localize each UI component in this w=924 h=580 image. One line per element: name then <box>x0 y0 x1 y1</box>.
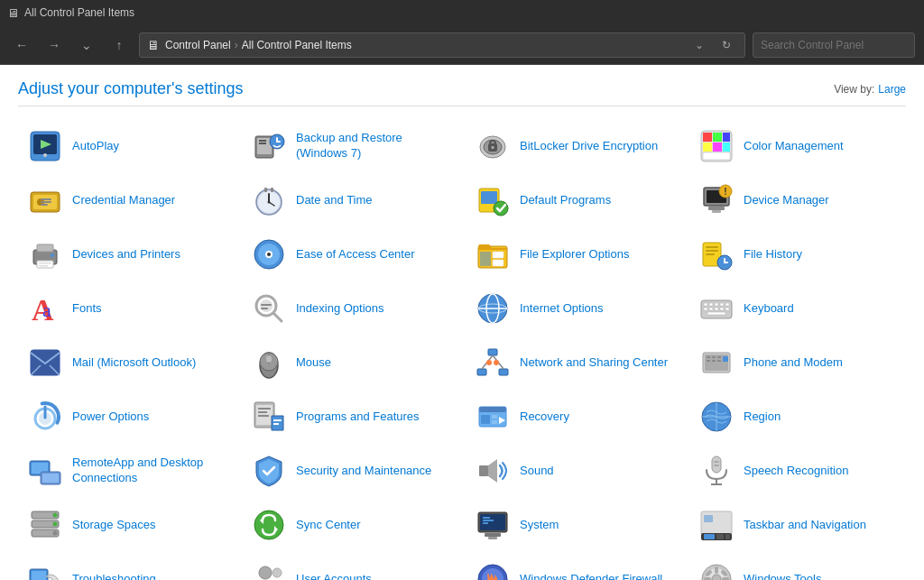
storage-spaces-label[interactable]: Storage Spaces <box>72 518 156 533</box>
item-ease-of-access[interactable]: Ease of Access Center <box>242 229 458 280</box>
bitlocker-icon <box>475 128 511 164</box>
color-management-label[interactable]: Color Management <box>744 139 844 154</box>
device-manager-label[interactable]: Device Manager <box>744 193 829 208</box>
item-mouse[interactable]: Mouse <box>242 337 458 388</box>
item-default-programs[interactable]: Default Programs <box>466 175 682 226</box>
item-mail[interactable]: Mail (Microsoft Outlook) <box>18 337 235 388</box>
svg-rect-94 <box>499 369 508 375</box>
window-icon: 🖥 <box>7 6 19 20</box>
mouse-label[interactable]: Mouse <box>296 355 331 371</box>
item-bitlocker[interactable]: BitLocker Drive Encryption <box>466 121 682 171</box>
main-content: Adjust your computer's settings View by:… <box>0 65 924 580</box>
item-recovery[interactable]: Recovery <box>466 391 682 442</box>
svg-rect-18 <box>703 143 712 152</box>
date-time-label[interactable]: Date and Time <box>296 193 373 208</box>
item-power-options[interactable]: Power Options <box>18 391 235 442</box>
search-input[interactable] <box>753 32 915 58</box>
item-speech-recognition[interactable]: Speech Recognition <box>689 446 906 496</box>
recovery-label[interactable]: Recovery <box>520 410 569 425</box>
item-system[interactable]: System <box>466 500 682 550</box>
svg-point-49 <box>51 253 54 257</box>
view-by-value[interactable]: Large <box>878 83 906 96</box>
item-file-explorer[interactable]: File Explorer Options <box>466 229 682 280</box>
mail-label[interactable]: Mail (Microsoft Outlook) <box>72 355 196 371</box>
svg-rect-104 <box>707 360 710 362</box>
item-storage-spaces[interactable]: Storage Spaces <box>18 500 235 550</box>
up-button[interactable]: ↑ <box>106 32 132 58</box>
item-security-maintenance[interactable]: Security and Maintenance <box>242 446 458 496</box>
svg-rect-17 <box>723 133 730 142</box>
file-explorer-label[interactable]: File Explorer Options <box>520 247 629 262</box>
item-device-manager[interactable]: ! Device Manager <box>689 175 906 226</box>
item-indexing[interactable]: Indexing Options <box>242 283 458 334</box>
item-sound[interactable]: Sound <box>466 446 682 496</box>
item-windows-tools[interactable]: Windows Tools <box>689 554 906 580</box>
keyboard-label[interactable]: Keyboard <box>744 301 794 317</box>
devices-printers-label[interactable]: Devices and Printers <box>72 247 180 262</box>
item-remoteapp[interactable]: RemoteApp and Desktop Connections <box>18 446 235 496</box>
region-label[interactable]: Region <box>744 410 781 425</box>
bitlocker-label[interactable]: BitLocker Drive Encryption <box>520 139 658 154</box>
item-color-management[interactable]: Color Management <box>689 121 906 171</box>
credential-manager-label[interactable]: Credential Manager <box>72 193 175 208</box>
item-network-sharing[interactable]: Network and Sharing Center <box>466 337 682 388</box>
default-programs-label[interactable]: Default Programs <box>520 193 611 208</box>
network-sharing-label[interactable]: Network and Sharing Center <box>520 355 668 371</box>
fonts-label[interactable]: Fonts <box>72 301 102 317</box>
sync-center-label[interactable]: Sync Center <box>296 518 361 533</box>
item-troubleshooting[interactable]: Troubleshooting <box>18 554 235 580</box>
ease-of-access-label[interactable]: Ease of Access Center <box>296 247 415 262</box>
recent-locations-button[interactable]: ⌄ <box>74 32 99 58</box>
item-backup-restore[interactable]: Backup and Restore (Windows 7) <box>242 121 458 171</box>
region-icon <box>698 399 735 435</box>
svg-rect-158 <box>716 534 724 539</box>
item-devices-printers[interactable]: Devices and Printers <box>18 229 235 280</box>
system-label[interactable]: System <box>520 518 559 533</box>
item-sync-center[interactable]: Sync Center <box>242 500 458 550</box>
taskbar-label[interactable]: Taskbar and Navigation <box>744 518 866 533</box>
refresh-button[interactable]: ↻ <box>716 34 737 56</box>
item-keyboard[interactable]: Keyboard <box>689 283 906 334</box>
item-fonts[interactable]: A a Fonts <box>18 283 235 334</box>
item-date-time[interactable]: Date and Time <box>242 175 458 226</box>
svg-rect-19 <box>713 143 722 152</box>
item-region[interactable]: Region <box>689 391 906 442</box>
item-credential-manager[interactable]: Credential Manager <box>18 175 235 226</box>
view-by: View by: Large <box>834 83 906 96</box>
svg-rect-15 <box>703 133 712 142</box>
speech-recognition-label[interactable]: Speech Recognition <box>744 464 848 479</box>
item-user-accounts[interactable]: User Accounts <box>242 554 458 580</box>
user-accounts-label[interactable]: User Accounts <box>296 572 372 580</box>
svg-rect-162 <box>32 571 46 580</box>
item-file-history[interactable]: File History <box>689 229 906 280</box>
svg-text:a: a <box>42 299 51 321</box>
forward-button[interactable]: → <box>42 32 67 58</box>
item-phone-modem[interactable]: Phone and Modem <box>689 337 906 388</box>
item-windows-defender[interactable]: Windows Defender Firewall <box>466 554 682 580</box>
file-history-label[interactable]: File History <box>744 247 802 262</box>
address-field[interactable]: 🖥 Control Panel › All Control Panel Item… <box>139 32 745 58</box>
windows-defender-label[interactable]: Windows Defender Firewall <box>520 572 662 580</box>
page-title: Adjust your computer's settings <box>18 79 244 98</box>
item-autoplay[interactable]: AutoPlay <box>18 121 235 171</box>
security-maintenance-label[interactable]: Security and Maintenance <box>296 464 431 479</box>
windows-tools-label[interactable]: Windows Tools <box>744 572 821 580</box>
power-options-label[interactable]: Power Options <box>72 410 149 425</box>
autoplay-label[interactable]: AutoPlay <box>72 139 119 154</box>
remoteapp-label[interactable]: RemoteApp and Desktop Connections <box>72 456 226 486</box>
svg-rect-107 <box>723 356 728 362</box>
troubleshooting-label[interactable]: Troubleshooting <box>72 572 156 580</box>
item-programs-features[interactable]: Programs and Features <box>242 391 458 442</box>
programs-features-label[interactable]: Programs and Features <box>296 410 420 425</box>
programs-features-icon <box>251 399 287 435</box>
backup-restore-label[interactable]: Backup and Restore (Windows 7) <box>296 131 449 161</box>
internet-options-icon <box>475 290 511 327</box>
internet-options-label[interactable]: Internet Options <box>520 301 604 317</box>
phone-modem-label[interactable]: Phone and Modem <box>744 355 843 371</box>
back-button[interactable]: ← <box>9 32 34 58</box>
sound-label[interactable]: Sound <box>520 464 554 479</box>
dropdown-button[interactable]: ⌄ <box>688 34 710 56</box>
item-internet-options[interactable]: Internet Options <box>466 283 682 334</box>
item-taskbar[interactable]: Taskbar and Navigation <box>689 500 906 550</box>
indexing-label[interactable]: Indexing Options <box>296 301 384 317</box>
